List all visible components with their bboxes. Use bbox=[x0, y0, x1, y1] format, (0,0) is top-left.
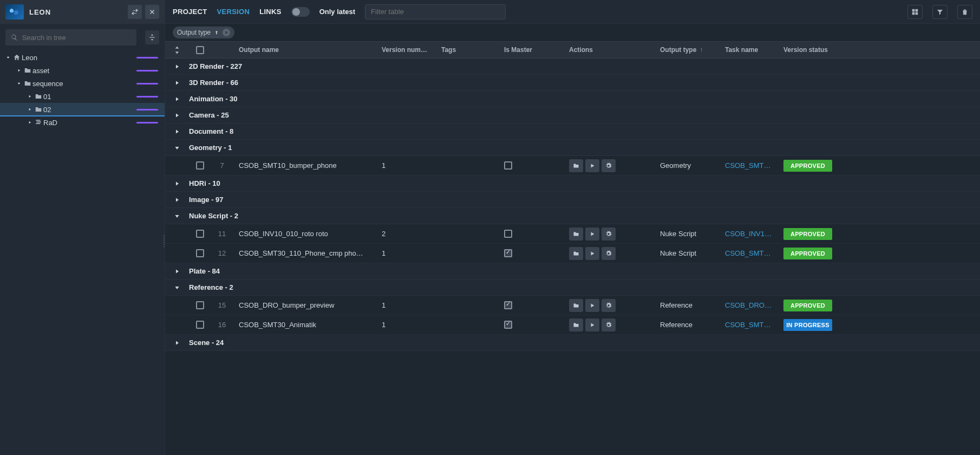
table-row[interactable]: 12CSOB_SMT30_110_Phone_cmp pho…1Nuke Scr… bbox=[165, 244, 980, 263]
chevron-right-icon[interactable] bbox=[165, 80, 189, 86]
group-row[interactable]: Reference - 2 bbox=[165, 280, 980, 296]
col-tags[interactable]: Tags bbox=[436, 46, 499, 54]
close-panel-icon[interactable] bbox=[145, 5, 159, 19]
group-row[interactable]: Image - 97 bbox=[165, 192, 980, 208]
open-folder-button[interactable] bbox=[569, 299, 583, 312]
group-row[interactable]: Camera - 25 bbox=[165, 107, 980, 123]
col-task-name[interactable]: Task name bbox=[720, 46, 778, 54]
tab-project[interactable]: PROJECT bbox=[173, 8, 207, 16]
row-task-link[interactable]: CSOB_SMT10_b… bbox=[725, 161, 773, 170]
row-is-master[interactable] bbox=[499, 321, 564, 329]
settings-button[interactable] bbox=[602, 247, 616, 260]
expand-tree-icon[interactable] bbox=[145, 30, 159, 44]
group-row[interactable]: Animation - 30 bbox=[165, 91, 980, 107]
resize-handle[interactable] bbox=[162, 227, 166, 255]
chevron-right-icon[interactable] bbox=[165, 180, 189, 187]
row-is-master[interactable] bbox=[499, 301, 564, 309]
row-checkbox[interactable] bbox=[196, 321, 204, 329]
settings-button[interactable] bbox=[602, 318, 616, 332]
play-button[interactable] bbox=[585, 299, 599, 312]
group-row[interactable]: Document - 8 bbox=[165, 123, 980, 140]
settings-button[interactable] bbox=[602, 299, 616, 312]
chevron-right-icon[interactable] bbox=[165, 128, 189, 135]
chevron-right-icon[interactable] bbox=[165, 63, 189, 70]
open-folder-button[interactable] bbox=[569, 247, 583, 260]
only-latest-toggle[interactable] bbox=[291, 7, 310, 17]
row-is-master[interactable] bbox=[499, 230, 564, 238]
open-folder-button[interactable] bbox=[569, 227, 583, 240]
row-output-type: Nuke Script bbox=[655, 249, 720, 257]
filter-icon[interactable] bbox=[932, 5, 948, 19]
chevron-right-icon[interactable] bbox=[165, 112, 189, 119]
caret-icon[interactable] bbox=[15, 81, 23, 86]
chevron-right-icon[interactable] bbox=[165, 96, 189, 102]
play-button[interactable] bbox=[585, 247, 599, 260]
chip-remove-icon[interactable] bbox=[223, 29, 230, 36]
settings-button[interactable] bbox=[602, 227, 616, 240]
chevron-down-icon[interactable] bbox=[165, 284, 189, 291]
settings-button[interactable] bbox=[602, 159, 616, 172]
play-button[interactable] bbox=[585, 318, 599, 332]
open-folder-button[interactable] bbox=[569, 159, 583, 172]
chevron-right-icon[interactable] bbox=[165, 268, 189, 275]
chevron-down-icon[interactable] bbox=[165, 213, 189, 219]
col-is-master[interactable]: Is Master bbox=[499, 46, 564, 54]
group-row[interactable]: 3D Render - 66 bbox=[165, 75, 980, 91]
row-task-link[interactable]: CSOB_DRO_bum… bbox=[725, 301, 773, 309]
table-row[interactable]: 16CSOB_SMT30_Animatik1ReferenceCSOB_SMT3… bbox=[165, 315, 980, 335]
row-is-master[interactable] bbox=[499, 161, 564, 170]
group-row[interactable]: Geometry - 1 bbox=[165, 140, 980, 156]
tab-links[interactable]: LINKS bbox=[259, 8, 282, 16]
chevron-right-icon[interactable] bbox=[165, 340, 189, 346]
search-input[interactable] bbox=[22, 34, 131, 42]
expand-all-control[interactable] bbox=[165, 46, 189, 55]
row-task-link[interactable]: CSOB_INV10_01… bbox=[725, 230, 773, 238]
play-button[interactable] bbox=[585, 227, 599, 240]
select-all-checkbox[interactable] bbox=[189, 46, 211, 54]
tree-node-leon[interactable]: Leon bbox=[0, 51, 165, 64]
group-row[interactable]: HDRi - 10 bbox=[165, 176, 980, 192]
row-is-master[interactable] bbox=[499, 249, 564, 257]
group-row[interactable]: Scene - 24 bbox=[165, 335, 980, 351]
table-row[interactable]: 15CSOB_DRO_bumper_preview1ReferenceCSOB_… bbox=[165, 296, 980, 315]
col-version-num[interactable]: Version num… bbox=[376, 46, 436, 54]
chevron-down-icon[interactable] bbox=[165, 145, 189, 151]
row-checkbox[interactable] bbox=[196, 301, 204, 309]
col-output-type-label: Output type bbox=[660, 46, 696, 54]
caret-icon[interactable] bbox=[26, 94, 34, 99]
tree-node-sequence[interactable]: sequence bbox=[0, 77, 165, 90]
row-checkbox[interactable] bbox=[196, 249, 204, 257]
tree-node-rad[interactable]: RaD bbox=[0, 116, 165, 129]
tree-node-label: Leon bbox=[22, 54, 133, 62]
tree-node-02[interactable]: 02 bbox=[0, 103, 165, 116]
row-task-link[interactable]: CSOB_SMT30 / … bbox=[725, 321, 773, 329]
caret-icon[interactable] bbox=[4, 55, 12, 60]
chevron-right-icon[interactable] bbox=[165, 197, 189, 203]
row-checkbox[interactable] bbox=[196, 230, 204, 238]
caret-icon[interactable] bbox=[26, 120, 34, 125]
group-row[interactable]: 2D Render - 227 bbox=[165, 58, 980, 75]
col-output-name[interactable]: Output name bbox=[233, 46, 376, 54]
caret-icon[interactable] bbox=[26, 107, 34, 112]
play-button[interactable] bbox=[585, 159, 599, 172]
tree-node-01[interactable]: 01 bbox=[0, 90, 165, 103]
table-row[interactable]: 11CSOB_INV10_010_roto roto2Nuke ScriptCS… bbox=[165, 224, 980, 244]
tree-node-asset[interactable]: asset bbox=[0, 64, 165, 77]
group-row[interactable]: Plate - 84 bbox=[165, 263, 980, 280]
col-output-type[interactable]: Output type ↑ bbox=[655, 46, 720, 54]
row-checkbox[interactable] bbox=[196, 161, 204, 170]
sidebar-search[interactable] bbox=[5, 29, 136, 46]
filter-table-input[interactable] bbox=[365, 4, 506, 20]
col-version-status[interactable]: Version status bbox=[778, 46, 838, 54]
delete-icon[interactable] bbox=[957, 5, 972, 19]
open-folder-button[interactable] bbox=[569, 318, 583, 332]
caret-icon[interactable] bbox=[15, 68, 23, 73]
swap-icon[interactable] bbox=[128, 5, 142, 19]
group-row[interactable]: Nuke Script - 2 bbox=[165, 208, 980, 224]
progress-bar bbox=[136, 109, 158, 110]
grid-view-icon[interactable] bbox=[907, 5, 923, 19]
tab-version[interactable]: VERSION bbox=[217, 8, 250, 16]
group-chip-output-type[interactable]: Output type bbox=[173, 27, 234, 38]
table-row[interactable]: 7CSOB_SMT10_bumper_phone1GeometryCSOB_SM… bbox=[165, 156, 980, 176]
row-task-link[interactable]: CSOB_SMT30_1… bbox=[725, 249, 773, 257]
